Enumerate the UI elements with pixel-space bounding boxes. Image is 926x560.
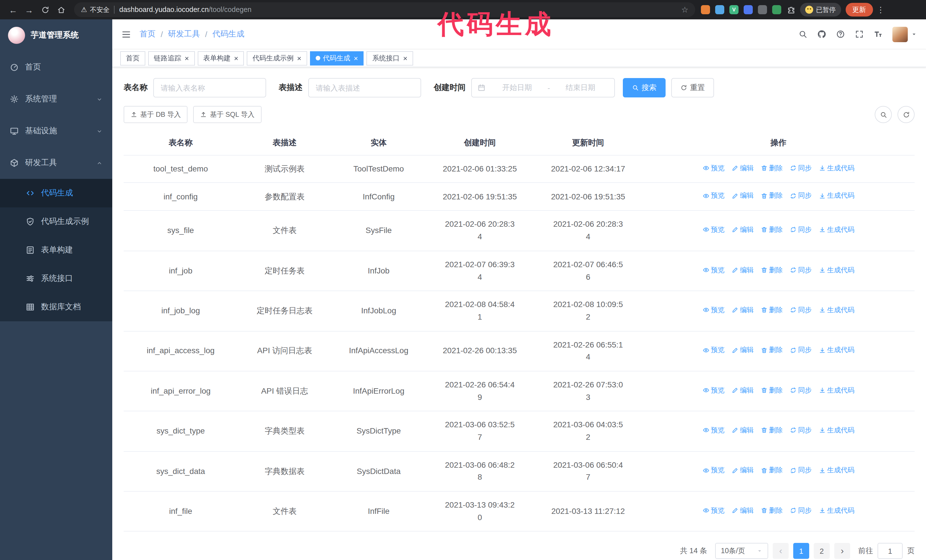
- tab-form-builder[interactable]: 表单构建×: [197, 51, 244, 65]
- action-generate-link[interactable]: 生成代码: [819, 225, 855, 235]
- action-delete-link[interactable]: 删除: [761, 425, 783, 436]
- action-generate-link[interactable]: 生成代码: [819, 163, 855, 173]
- prev-page-button[interactable]: ‹: [773, 543, 789, 559]
- address-bar[interactable]: ⚠ 不安全 dashboard.yudao.iocoder.cn/tool/co…: [74, 2, 695, 17]
- breadcrumb-item[interactable]: 研发工具: [168, 29, 200, 39]
- action-preview-link[interactable]: 预览: [702, 225, 725, 235]
- action-edit-link[interactable]: 编辑: [731, 265, 754, 275]
- action-sync-link[interactable]: 同步: [790, 265, 812, 275]
- back-icon[interactable]: ←: [6, 2, 21, 17]
- refresh-table-button[interactable]: [897, 106, 915, 123]
- sidebar-item-form-builder[interactable]: 表单构建: [0, 236, 112, 264]
- action-sync-link[interactable]: 同步: [790, 163, 812, 173]
- action-generate-link[interactable]: 生成代码: [819, 345, 855, 355]
- action-generate-link[interactable]: 生成代码: [819, 465, 855, 476]
- close-icon[interactable]: ×: [185, 54, 189, 62]
- next-page-button[interactable]: ›: [834, 543, 850, 559]
- close-icon[interactable]: ×: [234, 54, 238, 62]
- action-delete-link[interactable]: 删除: [761, 505, 783, 516]
- action-generate-link[interactable]: 生成代码: [819, 190, 855, 201]
- action-preview-link[interactable]: 预览: [702, 425, 725, 436]
- breadcrumb-item[interactable]: 首页: [139, 29, 156, 39]
- chrome-update-button[interactable]: 更新: [845, 3, 873, 17]
- sidebar-item-db-doc[interactable]: 数据库文档: [0, 293, 112, 321]
- page-size-select[interactable]: 10条/页: [715, 543, 768, 559]
- action-delete-link[interactable]: 删除: [761, 265, 783, 275]
- tab-api[interactable]: 系统接口×: [367, 51, 413, 65]
- extensions-puzzle-icon[interactable]: [787, 5, 796, 14]
- action-delete-link[interactable]: 删除: [761, 305, 783, 315]
- close-icon[interactable]: ×: [297, 54, 301, 62]
- action-sync-link[interactable]: 同步: [790, 305, 812, 315]
- sidebar-item-home[interactable]: 首页: [0, 51, 112, 83]
- sidebar-item-infra[interactable]: 基础设施: [0, 115, 112, 147]
- action-generate-link[interactable]: 生成代码: [819, 425, 855, 436]
- extension-icon[interactable]: [701, 5, 710, 14]
- close-icon[interactable]: ×: [354, 54, 358, 62]
- action-generate-link[interactable]: 生成代码: [819, 385, 855, 395]
- action-preview-link[interactable]: 预览: [702, 345, 725, 355]
- close-icon[interactable]: ×: [403, 54, 407, 62]
- help-icon[interactable]: [836, 30, 845, 39]
- action-sync-link[interactable]: 同步: [790, 385, 812, 395]
- action-edit-link[interactable]: 编辑: [731, 425, 754, 436]
- profile-paused-badge[interactable]: 已暂停: [800, 3, 841, 17]
- github-icon[interactable]: [817, 30, 826, 39]
- action-edit-link[interactable]: 编辑: [731, 305, 754, 315]
- action-edit-link[interactable]: 编辑: [731, 163, 754, 173]
- action-edit-link[interactable]: 编辑: [731, 385, 754, 395]
- forward-icon[interactable]: →: [22, 2, 36, 17]
- action-edit-link[interactable]: 编辑: [731, 190, 754, 201]
- action-generate-link[interactable]: 生成代码: [819, 265, 855, 275]
- action-sync-link[interactable]: 同步: [790, 505, 812, 516]
- user-avatar-menu[interactable]: [893, 27, 917, 42]
- action-preview-link[interactable]: 预览: [702, 385, 725, 395]
- action-preview-link[interactable]: 预览: [702, 505, 725, 516]
- create-time-range-picker[interactable]: 开始日期 - 结束日期: [471, 78, 615, 97]
- action-sync-link[interactable]: 同步: [790, 190, 812, 201]
- action-generate-link[interactable]: 生成代码: [819, 305, 855, 315]
- extension-icon[interactable]: [744, 5, 753, 14]
- action-sync-link[interactable]: 同步: [790, 465, 812, 476]
- action-preview-link[interactable]: 预览: [702, 190, 725, 201]
- menu-fold-icon[interactable]: [121, 29, 131, 39]
- action-generate-link[interactable]: 生成代码: [819, 505, 855, 516]
- action-preview-link[interactable]: 预览: [702, 265, 725, 275]
- action-preview-link[interactable]: 预览: [702, 305, 725, 315]
- sidebar-item-codegen-example[interactable]: 代码生成示例: [0, 207, 112, 236]
- action-delete-link[interactable]: 删除: [761, 225, 783, 235]
- action-delete-link[interactable]: 删除: [761, 385, 783, 395]
- table-desc-input[interactable]: [308, 78, 421, 97]
- action-preview-link[interactable]: 预览: [702, 163, 725, 173]
- action-delete-link[interactable]: 删除: [761, 163, 783, 173]
- fullscreen-icon[interactable]: [855, 30, 864, 39]
- import-sql-button[interactable]: 基于 SQL 导入: [194, 106, 261, 123]
- reset-button[interactable]: 重置: [671, 78, 714, 97]
- tab-home[interactable]: 首页: [120, 51, 145, 65]
- extension-icon[interactable]: [715, 5, 724, 14]
- extension-icon[interactable]: [772, 5, 781, 14]
- action-edit-link[interactable]: 编辑: [731, 505, 754, 516]
- action-delete-link[interactable]: 删除: [761, 465, 783, 476]
- import-db-button[interactable]: 基于 DB 导入: [124, 106, 188, 123]
- home-icon[interactable]: [54, 2, 68, 17]
- sidebar-item-api[interactable]: 系统接口: [0, 264, 112, 293]
- reload-icon[interactable]: [38, 2, 53, 17]
- action-sync-link[interactable]: 同步: [790, 425, 812, 436]
- action-delete-link[interactable]: 删除: [761, 190, 783, 201]
- security-chip[interactable]: ⚠ 不安全: [81, 5, 110, 14]
- tab-codegen-example[interactable]: 代码生成示例×: [247, 51, 307, 65]
- action-sync-link[interactable]: 同步: [790, 345, 812, 355]
- sidebar-item-devtools[interactable]: 研发工具: [0, 147, 112, 179]
- action-edit-link[interactable]: 编辑: [731, 225, 754, 235]
- extension-icon[interactable]: [758, 5, 767, 14]
- action-edit-link[interactable]: 编辑: [731, 465, 754, 476]
- bookmark-star-icon[interactable]: ☆: [681, 6, 688, 14]
- page-number-2[interactable]: 2: [814, 543, 830, 559]
- tab-codegen[interactable]: 代码生成×: [310, 51, 364, 65]
- extension-icon[interactable]: V: [729, 5, 738, 14]
- sidebar-item-system[interactable]: 系统管理: [0, 83, 112, 115]
- sidebar-logo[interactable]: 芋道管理系统: [0, 20, 112, 51]
- tab-tracing[interactable]: 链路追踪×: [148, 51, 195, 65]
- action-preview-link[interactable]: 预览: [702, 465, 725, 476]
